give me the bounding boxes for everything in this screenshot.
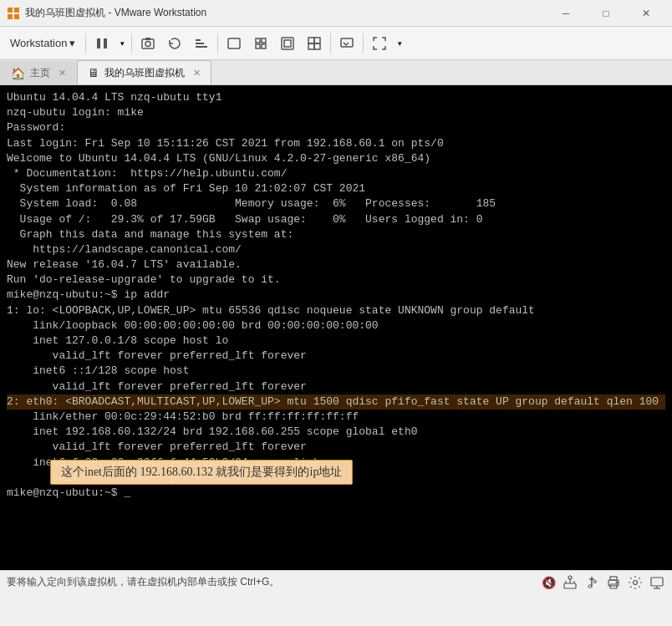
minimize-button[interactable]: ─ [547,0,585,27]
svg-rect-10 [196,43,204,44]
svg-rect-12 [228,38,240,48]
svg-rect-4 [97,38,100,48]
svg-point-32 [594,580,597,583]
window-title: 我的乌班图虚拟机 - VMware Workstation [25,6,547,20]
toolbar: Workstation ▾ ▾ ▾ [0,27,672,60]
svg-rect-21 [308,43,314,49]
svg-rect-19 [308,38,314,43]
terminal-line: valid_lft forever preferred_lft forever [7,349,665,364]
terminal-line: valid_lft forever preferred_lft forever [7,440,665,455]
terminal-line: mike@nzq-ubutu:~$ _ [7,486,665,501]
terminal-line: 2: eth0: <BROADCAST,MULTICAST,UP,LOWER_U… [7,394,665,410]
svg-rect-24 [564,583,576,588]
fullscreen-button[interactable] [367,32,392,55]
terminal-line: valid_lft forever preferred_lft forever [7,379,665,394]
toolbar-separator-1 [85,33,86,53]
svg-rect-35 [610,577,617,580]
ip-tooltip: 这个inet后面的 192.168.60.132 就我们是要得到的ip地址 [50,460,353,485]
tab-home-label: 主页 [30,66,50,80]
svg-rect-2 [8,14,13,19]
terminal-line: System load: 0.08 Memory usage: 6% Proce… [7,196,665,211]
terminal-line: System information as of Fri Sep 10 21:0… [7,181,665,196]
svg-point-37 [634,580,638,584]
workstation-menu[interactable]: Workstation ▾ [3,33,82,53]
vm-icon: 🖥 [88,66,99,79]
svg-rect-18 [284,40,291,47]
terminal-line: Graph this data and manage this system a… [7,227,665,242]
status-text: 要将输入定向到该虚拟机，请在虚拟机内部单击或按 Ctrl+G。 [7,575,279,589]
svg-rect-8 [145,38,150,40]
terminal-line: https://landscape.canonical.com/ [7,242,665,257]
terminal-line: Password: [7,120,665,135]
toolbar-separator-2 [131,33,132,53]
svg-point-36 [616,582,618,583]
terminal-line: link/ether 00:0c:29:44:52:b0 brd ff:ff:f… [7,410,665,425]
terminal-line: Ubuntu 14.04.4 LTS nzq-ubutu tty1 [7,90,665,105]
tab-vm-close[interactable]: ✕ [193,68,201,79]
home-icon: 🏠 [11,67,25,80]
svg-point-7 [145,41,150,46]
snapshot-button[interactable] [135,32,160,55]
settings-icon[interactable] [627,574,644,591]
tab-home-close[interactable]: ✕ [59,68,66,79]
audio-icon[interactable]: 🔇 [540,574,557,591]
svg-rect-1 [14,8,19,13]
tab-home[interactable]: 🏠 主页 ✕ [0,61,77,84]
terminal-line: inet6 ::1/128 scope host [7,364,665,379]
svg-rect-13 [256,38,260,43]
svg-rect-11 [196,39,201,41]
terminal-line: New release '16.04.7 LTS' available. [7,257,665,272]
svg-rect-9 [196,46,207,48]
svg-rect-15 [256,44,260,48]
close-button[interactable]: ✕ [627,0,665,27]
pause-button[interactable] [89,32,115,55]
status-icons: 🔇 [540,574,665,591]
autofit-button[interactable] [302,32,327,55]
network-icon[interactable] [562,574,578,591]
svg-rect-17 [282,38,293,49]
usb-icon[interactable] [583,574,600,591]
fit-guest-button[interactable] [248,32,273,55]
suspend-button[interactable] [189,32,214,55]
tab-vm[interactable]: 🖥 我的乌班图虚拟机 ✕ [77,60,211,84]
terminal-line: * Documentation: https://help.ubuntu.com… [7,166,665,181]
toolbar-separator-3 [217,33,218,53]
svg-rect-23 [341,38,353,47]
svg-rect-16 [262,44,266,48]
fullscreen-dropdown[interactable]: ▾ [394,32,405,55]
stretch-screen-icon[interactable] [649,574,665,591]
svg-rect-38 [651,578,663,586]
svg-rect-14 [262,38,266,43]
svg-rect-6 [142,39,154,48]
printer-icon[interactable] [605,574,622,591]
window-view-button[interactable] [221,32,247,55]
toolbar-separator-5 [363,33,364,53]
window-controls: ─ □ ✕ [547,0,665,27]
workstation-label: Workstation [10,37,67,49]
svg-rect-0 [8,8,13,13]
terminal-line: inet 127.0.0.1/8 scope host lo [7,333,665,349]
pause-dropdown[interactable]: ▾ [116,32,128,55]
revert-button[interactable] [162,32,187,55]
svg-rect-22 [314,43,320,49]
terminal-line: link/loopback 00:00:00:00:00:00 brd 00:0… [7,318,665,333]
maximize-button[interactable]: □ [587,0,625,27]
svg-rect-3 [14,14,19,19]
console-button[interactable] [334,32,359,55]
terminal-line: mike@nzq-ubutu:~$ ip addr [7,288,665,303]
terminal-area[interactable]: Ubuntu 14.04.4 LTS nzq-ubutu tty1nzq-ubu… [0,85,672,570]
svg-rect-20 [314,38,320,43]
terminal-line: Welcome to Ubuntu 14.04.4 LTS (GNU/Linux… [7,151,665,166]
stretch-button[interactable] [275,32,300,55]
workstation-chevron: ▾ [69,37,75,49]
status-bar: 要将输入定向到该虚拟机，请在虚拟机内部单击或按 Ctrl+G。 🔇 [0,570,672,593]
toolbar-separator-4 [330,33,331,53]
svg-point-26 [568,576,572,579]
tabs-bar: 🏠 主页 ✕ 🖥 我的乌班图虚拟机 ✕ [0,60,672,85]
terminal-line: nzq-ubutu login: mike [7,105,665,120]
tab-vm-label: 我的乌班图虚拟机 [104,66,185,80]
terminal-line: Run 'do-release-upgrade' to upgrade to i… [7,272,665,288]
terminal-line: inet 192.168.60.132/24 brd 192.168.60.25… [7,425,665,440]
svg-rect-5 [104,38,107,48]
terminal-line: Last login: Fri Sep 10 15:11:26 CST 2021… [7,136,665,151]
